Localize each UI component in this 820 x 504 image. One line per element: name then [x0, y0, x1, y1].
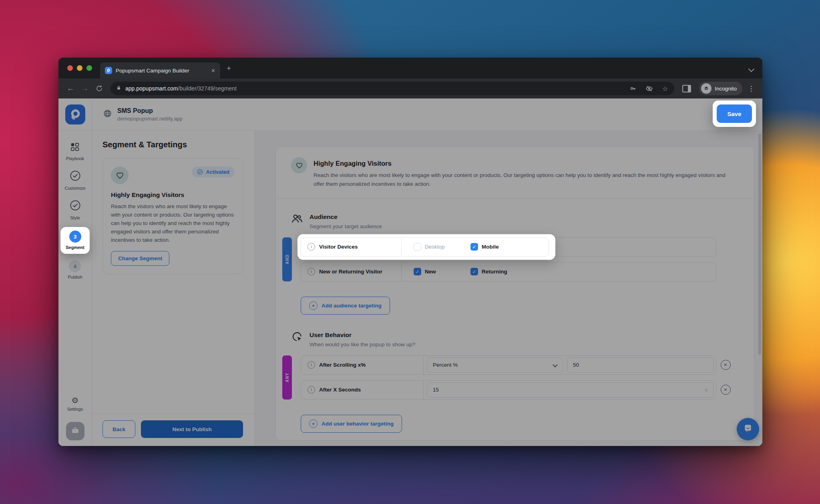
sidebar-item-segment[interactable]: 3 Segment	[66, 231, 84, 250]
browser-tab[interactable]: Popupsmart Campaign Builder ✕	[100, 62, 220, 78]
tutorial-dim-overlay	[58, 98, 762, 446]
tab-search-chevron-icon[interactable]	[749, 66, 754, 73]
sidebar-item-label: Segment	[66, 245, 84, 250]
checkbox-label: Mobile	[482, 244, 499, 250]
bookmark-star-icon[interactable]: ☆	[659, 82, 671, 94]
zoom-window-button[interactable]	[86, 65, 92, 71]
back-icon[interactable]: ←	[64, 82, 77, 95]
tab-close-icon[interactable]: ✕	[211, 68, 215, 74]
mobile-checkbox-item: ✓ Mobile	[470, 243, 527, 251]
app-page: SMS Popup demopopupsmart.netlify.app Sav…	[58, 98, 762, 446]
desktop-checkbox-item: Desktop	[414, 243, 470, 251]
minimize-window-button[interactable]	[77, 65, 82, 71]
forward-icon[interactable]: →	[78, 82, 91, 95]
mobile-checkbox[interactable]: ✓	[470, 243, 478, 251]
row-label: Visitor Devices	[319, 244, 358, 250]
browser-menu-icon[interactable]: ⋮	[746, 84, 757, 93]
new-tab-button[interactable]: +	[227, 64, 231, 73]
segment-spotlight: 3 Segment	[60, 227, 89, 254]
incognito-icon	[701, 83, 711, 94]
reload-icon[interactable]	[93, 82, 106, 95]
info-icon[interactable]: i	[308, 243, 315, 251]
visitor-devices-row: i Visitor Devices Desktop	[301, 237, 549, 257]
incognito-badge: Incognito	[699, 82, 742, 95]
eye-off-icon[interactable]	[643, 82, 655, 94]
browser-window: Popupsmart Campaign Builder ✕ + ← → app.…	[58, 58, 762, 446]
step-number-badge: 3	[69, 231, 81, 243]
url-host: app.popupsmart.com	[125, 85, 178, 92]
checkbox-label: Desktop	[425, 244, 445, 250]
visitor-devices-spotlight: i Visitor Devices Desktop	[297, 234, 555, 260]
password-key-icon[interactable]	[627, 82, 639, 94]
browser-toolbar: ← → app.popupsmart.com/builder/32749/seg…	[58, 78, 762, 98]
incognito-label: Incognito	[715, 86, 737, 92]
url-text: app.popupsmart.com/builder/32749/segment	[125, 85, 237, 92]
save-spotlight: Save	[713, 100, 756, 127]
tab-title: Popupsmart Campaign Builder	[116, 68, 207, 74]
tab-bar: Popupsmart Campaign Builder ✕ +	[58, 58, 762, 78]
lock-icon	[116, 85, 121, 92]
side-panel-icon[interactable]	[682, 85, 691, 92]
traffic-lights	[67, 65, 92, 71]
desktop-checkbox[interactable]	[414, 243, 421, 251]
close-window-button[interactable]	[67, 65, 73, 71]
save-button[interactable]: Save	[717, 104, 752, 123]
popupsmart-favicon-icon	[105, 67, 112, 74]
url-bar[interactable]: app.popupsmart.com/builder/32749/segment…	[111, 82, 674, 95]
url-path: /builder/32749/segment	[178, 85, 237, 92]
